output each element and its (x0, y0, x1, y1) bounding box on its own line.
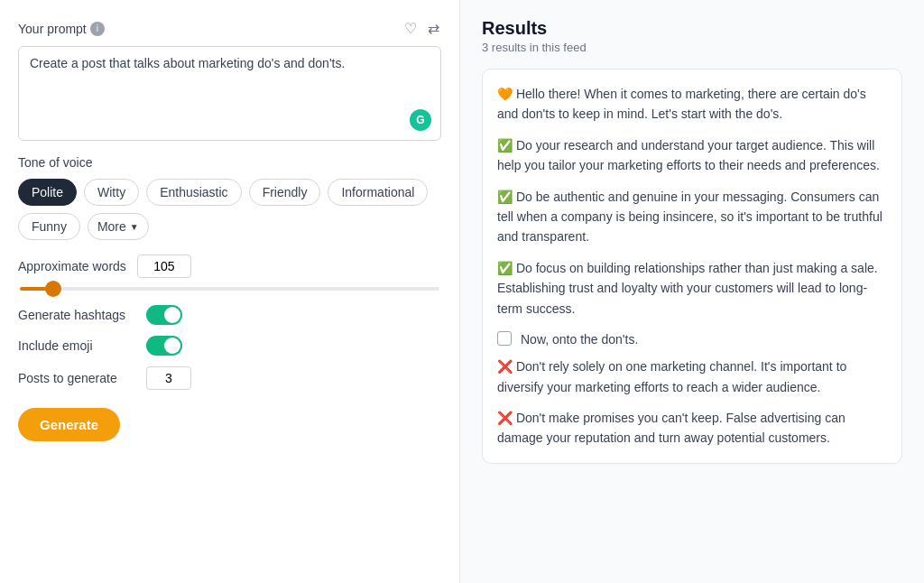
heart-icon: ♡ (404, 20, 417, 37)
generate-hashtags-label: Generate hashtags (18, 308, 135, 322)
info-icon[interactable]: i (90, 22, 105, 36)
result-paragraph-7: ❌ Don't make promises you can't keep. Fa… (497, 408, 887, 449)
approx-words-input[interactable] (137, 254, 191, 278)
tone-informational[interactable]: Informational (328, 179, 428, 206)
include-emoji-label: Include emoji (18, 338, 135, 353)
shuffle-button[interactable]: ⇄ (426, 18, 441, 39)
posts-to-generate-row: Posts to generate (18, 366, 441, 390)
grammarly-icon: G (410, 109, 431, 131)
textarea-wrapper: Create a post that talks about marketing… (18, 46, 441, 141)
posts-to-generate-input[interactable] (146, 366, 191, 390)
result-paragraph-5: Now, onto the don'ts. (521, 329, 638, 349)
tone-funny[interactable]: Funny (18, 213, 80, 240)
prompt-actions: ♡ ⇄ (402, 18, 441, 39)
prompt-label-text: Your prompt (18, 22, 87, 36)
slider-wrapper[interactable] (18, 287, 441, 291)
favorite-button[interactable]: ♡ (402, 18, 419, 39)
tone-polite[interactable]: Polite (18, 179, 77, 206)
tone-label: Tone of voice (18, 155, 441, 170)
generate-hashtags-toggle[interactable] (146, 305, 182, 325)
results-subtitle: 3 results in this feed (482, 41, 902, 54)
result-paragraph-1: 🧡 Hello there! When it comes to marketin… (497, 84, 887, 125)
slider-thumb[interactable] (45, 281, 61, 297)
result-paragraph-3: ✅ Do be authentic and genuine in your me… (497, 187, 887, 247)
posts-to-generate-label: Posts to generate (18, 371, 135, 385)
shuffle-icon: ⇄ (428, 20, 439, 37)
prompt-textarea[interactable]: Create a post that talks about marketing… (19, 47, 440, 137)
more-tones-button[interactable]: More ▼ (88, 213, 149, 240)
result-text: 🧡 Hello there! When it comes to marketin… (497, 84, 887, 449)
tone-friendly[interactable]: Friendly (249, 179, 321, 206)
result-paragraph-4: ✅ Do focus on building relationships rat… (497, 258, 887, 319)
generate-button[interactable]: Generate (18, 408, 120, 441)
include-emoji-toggle[interactable] (146, 336, 182, 356)
prompt-label: Your prompt i (18, 22, 105, 36)
result-paragraph-6: ❌ Don't rely solely on one marketing cha… (497, 356, 887, 397)
results-title: Results (482, 18, 902, 39)
toggle-knob (164, 307, 180, 323)
words-slider[interactable] (20, 287, 439, 291)
more-label: More (97, 219, 126, 234)
checkbox-row: Now, onto the don'ts. (497, 329, 887, 349)
left-panel: Your prompt i ♡ ⇄ Create a post that tal… (0, 0, 460, 583)
approx-words-label: Approximate words (18, 259, 126, 273)
chevron-down-icon: ▼ (130, 222, 139, 232)
result-card: 🧡 Hello there! When it comes to marketin… (482, 69, 902, 464)
result-checkbox[interactable] (497, 331, 512, 346)
generate-hashtags-row: Generate hashtags (18, 305, 441, 325)
include-emoji-row: Include emoji (18, 336, 441, 356)
prompt-header: Your prompt i ♡ ⇄ (18, 18, 441, 39)
tone-buttons: Polite Witty Enthusiastic Friendly Infor… (18, 179, 441, 206)
right-panel: Results 3 results in this feed 🧡 Hello t… (460, 0, 924, 583)
approx-words-row: Approximate words (18, 254, 441, 278)
result-paragraph-2: ✅ Do your research and understand your t… (497, 135, 887, 176)
toggle-knob-emoji (164, 338, 180, 354)
tone-enthusiastic[interactable]: Enthusiastic (146, 179, 241, 206)
tone-witty[interactable]: Witty (84, 179, 139, 206)
